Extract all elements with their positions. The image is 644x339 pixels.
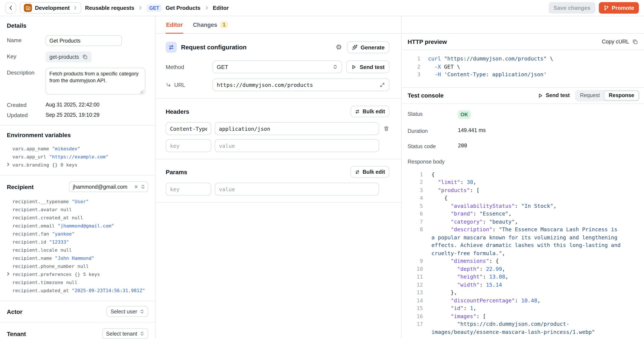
code-line: 9 "dimensions": { bbox=[402, 257, 638, 265]
headers-bulk-edit-button[interactable]: Bulk edit bbox=[350, 106, 389, 117]
variable-row: vars.app_name"mikesdev" bbox=[7, 145, 148, 153]
line-number: 2 bbox=[402, 63, 420, 71]
line-number: 8 bbox=[402, 226, 423, 257]
updated-value: Sep 25 2025, 19:10:29 bbox=[46, 112, 100, 118]
status-badge: OK bbox=[458, 110, 471, 118]
bulk-edit-icon bbox=[355, 169, 360, 174]
gear-icon[interactable]: ⚙ bbox=[336, 44, 342, 51]
code-line: 16 "images": [ bbox=[402, 312, 638, 320]
variable-row: vars.branding{} 0 keys bbox=[7, 161, 148, 169]
url-label: URL bbox=[174, 82, 185, 88]
param-key-input[interactable] bbox=[166, 183, 211, 196]
variable-key: vars.app_url bbox=[12, 154, 46, 160]
close-icon[interactable] bbox=[134, 184, 138, 189]
copy-curl-button[interactable]: Copy cURL bbox=[602, 38, 638, 44]
param-value-input[interactable] bbox=[215, 183, 379, 196]
recipient-combobox[interactable]: jhammond@gmail.com bbox=[69, 182, 148, 192]
bulk-edit-icon bbox=[355, 109, 360, 114]
chevron-right-icon[interactable] bbox=[6, 162, 10, 166]
chevron-expand-icon bbox=[140, 309, 144, 314]
copy-icon[interactable] bbox=[82, 54, 88, 60]
breadcrumb-request-name[interactable]: Get Products bbox=[166, 5, 200, 11]
header-value-input[interactable] bbox=[215, 122, 379, 135]
key-label: Key bbox=[7, 52, 46, 62]
console-send-test-button[interactable]: Send test bbox=[538, 92, 570, 98]
http-preview-title: HTTP preview bbox=[408, 38, 447, 45]
line-number: 17 bbox=[402, 320, 423, 336]
url-field bbox=[212, 78, 389, 91]
method-select[interactable]: GET bbox=[212, 60, 342, 73]
variable-value: null bbox=[60, 207, 72, 212]
tenant-title: Tenant bbox=[7, 330, 26, 337]
description-textarea[interactable]: Fetch products from a specific category … bbox=[46, 68, 145, 94]
breadcrumb-reusable-requests[interactable]: Reusable requests bbox=[85, 5, 134, 11]
save-changes-button[interactable]: Save changes bbox=[548, 2, 596, 14]
key-chip: get-products bbox=[46, 52, 92, 62]
variable-row: recipient.phone_numbernull bbox=[7, 262, 148, 270]
toggle-request[interactable]: Request bbox=[576, 90, 604, 100]
header-key-input[interactable] bbox=[166, 139, 211, 152]
code-line: 4 { bbox=[402, 194, 638, 202]
play-icon bbox=[538, 93, 543, 98]
app-window: Development Reusable requests GET Get Pr… bbox=[0, 0, 644, 339]
variable-row: recipient.name"John Hammond" bbox=[7, 254, 148, 262]
variable-value: null bbox=[66, 280, 77, 285]
created-label: Created bbox=[7, 102, 46, 108]
line-number: 12 bbox=[402, 281, 423, 289]
expand-icon[interactable] bbox=[380, 82, 385, 88]
line-number: 6 bbox=[402, 210, 423, 218]
resize-handle-icon[interactable] bbox=[140, 90, 144, 94]
duration-label: Duration bbox=[408, 127, 458, 134]
updated-label: Updated bbox=[7, 112, 46, 118]
tenant-select[interactable]: Select tenant bbox=[102, 328, 148, 339]
play-icon bbox=[351, 64, 357, 70]
variable-key: recipient.avatar bbox=[12, 207, 58, 212]
send-test-button[interactable]: Send test bbox=[346, 60, 389, 73]
name-input[interactable] bbox=[46, 35, 122, 46]
method-badge: GET bbox=[147, 4, 162, 12]
generate-button[interactable]: Generate bbox=[347, 41, 389, 53]
variable-value: null bbox=[77, 264, 88, 269]
chevron-right-icon bbox=[138, 6, 143, 10]
details-sidebar: Details Name Key get-products Descriptio… bbox=[0, 16, 156, 339]
toggle-response[interactable]: Response bbox=[604, 90, 639, 100]
variable-row: recipient.avatarnull bbox=[7, 206, 148, 214]
variable-key: recipient.phone_number bbox=[12, 264, 74, 269]
chevron-right-icon[interactable] bbox=[6, 272, 10, 276]
header-value-input[interactable] bbox=[215, 139, 379, 152]
curl-preview-code: 1curl "https://dummyjson.com/products" \… bbox=[402, 50, 644, 84]
variable-value: "2025-09-23T14:56:31.981Z" bbox=[72, 288, 145, 294]
variable-row: vars.app_url"https://example.com" bbox=[7, 153, 148, 161]
status-label: Status bbox=[408, 110, 458, 117]
variable-row: recipient.created_atnull bbox=[7, 214, 148, 222]
variable-value: "mikesdev" bbox=[52, 146, 80, 152]
variable-key: recipient.preferences bbox=[12, 272, 72, 277]
created-value: Aug 31 2025, 22:42:00 bbox=[46, 102, 100, 108]
variable-key: recipient.email bbox=[12, 223, 55, 229]
params-bulk-edit-button[interactable]: Bulk edit bbox=[350, 166, 389, 178]
tab-editor[interactable]: Editor bbox=[166, 22, 183, 33]
actor-select[interactable]: Select user bbox=[107, 306, 148, 317]
line-number: 14 bbox=[402, 296, 423, 304]
line-number: 2 bbox=[402, 178, 423, 186]
line-number: 15 bbox=[402, 304, 423, 312]
header-row bbox=[166, 122, 389, 135]
environment-chip[interactable]: Development bbox=[20, 2, 81, 14]
chevron-expand-icon[interactable] bbox=[140, 184, 145, 189]
line-number: 3 bbox=[402, 186, 423, 194]
tab-changes[interactable]: Changes 1 bbox=[192, 21, 228, 33]
variable-value: "jhammond@gmail.com" bbox=[58, 223, 114, 229]
name-label: Name bbox=[7, 35, 46, 46]
environment-variables-title: Environment variables bbox=[7, 132, 148, 138]
variable-row: recipient.id"12333" bbox=[7, 238, 148, 246]
trash-icon[interactable] bbox=[383, 126, 389, 132]
header-key-input[interactable] bbox=[166, 122, 211, 135]
variable-key: recipient.name bbox=[12, 256, 52, 261]
promote-button[interactable]: Promote bbox=[599, 2, 639, 14]
code-line: 14 "discountPercentage": 10.48, bbox=[402, 296, 638, 304]
line-number: 3 bbox=[402, 71, 420, 78]
variable-value: "12333" bbox=[49, 239, 69, 245]
back-button[interactable] bbox=[5, 2, 16, 14]
url-input[interactable] bbox=[217, 82, 380, 88]
actor-title: Actor bbox=[7, 308, 22, 315]
